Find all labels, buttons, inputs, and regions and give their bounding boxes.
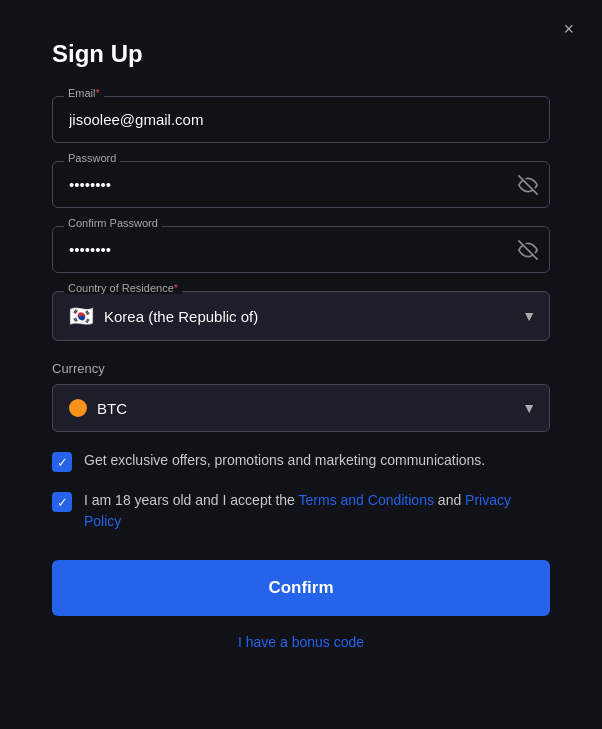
confirm-button[interactable]: Confirm	[52, 560, 550, 616]
country-field-group: Country of Residence* 🇰🇷 Korea (the Repu…	[52, 291, 550, 341]
password-input[interactable]	[52, 161, 550, 208]
password-label: Password	[64, 152, 120, 164]
terms-checkbox[interactable]: ✓	[52, 492, 72, 512]
eye-slash-icon-2	[518, 240, 538, 260]
korea-flag-icon: 🇰🇷	[69, 306, 94, 326]
email-field-group: Email*	[52, 96, 550, 143]
terms-checkbox-label: I am 18 years old and I accept the Terms…	[84, 490, 550, 532]
password-toggle-button[interactable]	[518, 175, 538, 195]
email-label: Email*	[64, 87, 104, 99]
checkmark-icon: ✓	[57, 456, 68, 469]
confirm-password-field-group: Confirm Password	[52, 226, 550, 273]
close-button[interactable]: ×	[555, 16, 582, 42]
marketing-checkbox-label: Get exclusive offers, promotions and mar…	[84, 450, 485, 471]
country-value-text: Korea (the Republic of)	[104, 308, 258, 325]
terms-link[interactable]: Terms and Conditions	[299, 492, 434, 508]
country-select-wrapper: 🇰🇷 Korea (the Republic of) ▼	[52, 291, 550, 341]
currency-select[interactable]: BTC	[52, 384, 550, 432]
country-select[interactable]: 🇰🇷 Korea (the Republic of)	[52, 291, 550, 341]
country-label: Country of Residence*	[64, 282, 182, 294]
page-title: Sign Up	[52, 40, 550, 68]
confirm-password-label: Confirm Password	[64, 217, 162, 229]
currency-select-wrapper: BTC ▼	[52, 384, 550, 432]
confirm-password-input[interactable]	[52, 226, 550, 273]
currency-label: Currency	[52, 361, 550, 376]
checkmark-icon-2: ✓	[57, 496, 68, 509]
currency-section: Currency BTC ▼	[52, 359, 550, 450]
bonus-code-link[interactable]: I have a bonus code	[52, 634, 550, 650]
currency-value-text: BTC	[97, 400, 127, 417]
confirm-password-toggle-button[interactable]	[518, 240, 538, 260]
eye-slash-icon	[518, 175, 538, 195]
signup-modal: × Sign Up Email* Password Confirm Passwo…	[0, 0, 602, 729]
password-field-group: Password	[52, 161, 550, 208]
email-input[interactable]	[52, 96, 550, 143]
marketing-checkbox-row: ✓ Get exclusive offers, promotions and m…	[52, 450, 550, 472]
terms-checkbox-row: ✓ I am 18 years old and I accept the Ter…	[52, 490, 550, 532]
confirm-password-wrapper	[52, 226, 550, 273]
marketing-checkbox[interactable]: ✓	[52, 452, 72, 472]
currency-field-group: BTC ▼	[52, 384, 550, 432]
btc-icon	[69, 399, 87, 417]
password-wrapper	[52, 161, 550, 208]
